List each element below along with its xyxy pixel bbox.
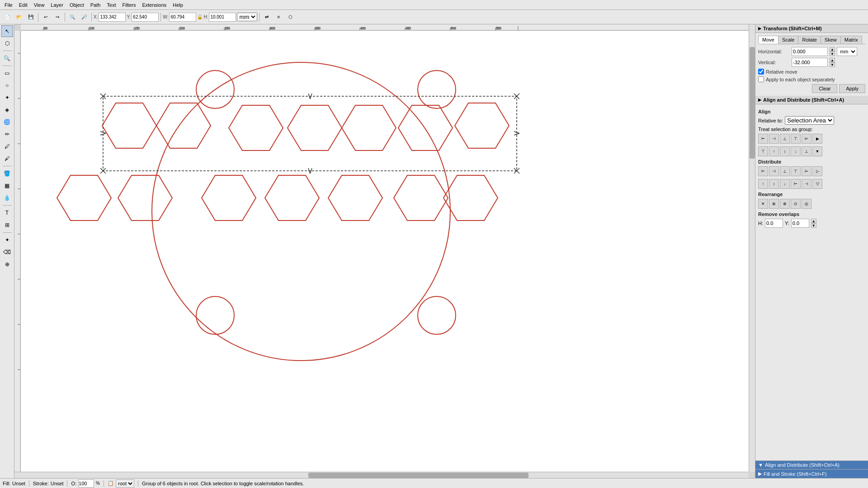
menu-file[interactable]: File — [2, 1, 15, 9]
dist-centers-v[interactable]: ↕ — [769, 179, 779, 189]
tool-pen[interactable]: 🖊 — [1, 141, 13, 152]
vertical-input[interactable] — [792, 58, 828, 67]
align-right-center[interactable]: ⊤ — [791, 134, 801, 144]
align-right-edge[interactable]: ⊨ — [802, 134, 811, 144]
accordion-align[interactable]: ▼ Align and Distribute (Shift+Ctrl+A) — [755, 460, 868, 469]
tb-save[interactable]: 💾 — [25, 12, 36, 23]
horizontal-spin-up[interactable]: ▲ — [830, 47, 835, 52]
tb-align[interactable]: ≡ — [273, 12, 284, 23]
vertical-spin-down[interactable]: ▼ — [830, 62, 835, 67]
horizontal-input[interactable] — [792, 47, 828, 56]
dist-extra3[interactable]: ⊣ — [802, 179, 811, 189]
horizontal-spin-down[interactable]: ▼ — [830, 52, 835, 56]
dist-centers-h[interactable]: ⊣ — [769, 166, 779, 176]
tool-zoom[interactable]: 🔍 — [1, 52, 13, 64]
tool-node[interactable]: ⬡ — [1, 38, 13, 49]
menu-help[interactable]: Help — [170, 1, 186, 9]
tool-zoom2[interactable]: ⊕ — [1, 258, 13, 270]
dist-top-edges[interactable]: ↑ — [758, 179, 768, 189]
canvas-scrollbar-h[interactable] — [14, 472, 749, 478]
tool-star[interactable]: ✦ — [1, 92, 13, 103]
tb-redo[interactable]: ↪ — [52, 12, 63, 23]
align-panel-header[interactable]: ▶ Align and Distribute (Shift+Ctrl+A) — [755, 96, 868, 104]
align-top-edge[interactable]: ⊤ — [758, 146, 768, 156]
dist-right-edges[interactable]: ⊥ — [780, 166, 790, 176]
tool-connector[interactable]: ⊞ — [1, 219, 13, 231]
dist-left-edges[interactable]: ⊢ — [758, 166, 768, 176]
remove-y-input[interactable] — [791, 219, 809, 228]
dist-bottom-edges[interactable]: ↓ — [780, 179, 790, 189]
remove-spin-down[interactable]: ▼ — [811, 223, 816, 228]
tab-move[interactable]: Move — [758, 36, 778, 44]
tb-open[interactable]: 📂 — [14, 12, 24, 23]
tool-eyedropper[interactable]: 💧 — [1, 192, 13, 204]
canvas-scrollbar-v[interactable] — [749, 24, 755, 472]
align-top-center[interactable]: ↑ — [769, 146, 779, 156]
tb-new[interactable]: 📄 — [2, 12, 13, 23]
tb-w-input[interactable] — [169, 13, 196, 22]
tb-transform[interactable]: ⇄ — [261, 12, 272, 23]
dist-extra1[interactable]: ⊨ — [802, 166, 811, 176]
tab-rotate[interactable]: Rotate — [798, 36, 821, 44]
rearrange-3[interactable]: ⊗ — [780, 199, 790, 209]
tool-spiral[interactable]: 🌀 — [1, 116, 13, 128]
menu-layer[interactable]: Layer — [48, 1, 66, 9]
tb-nodes[interactable]: ⬡ — [285, 12, 296, 23]
remove-spin-up[interactable]: ▲ — [811, 219, 816, 223]
transform-unit-select[interactable]: mmpxcm — [837, 47, 857, 56]
tool-ellipse[interactable]: ○ — [1, 80, 13, 91]
tool-eraser[interactable]: ⌫ — [1, 246, 13, 258]
tool-gradient[interactable]: ▦ — [1, 180, 13, 192]
align-left-edge[interactable]: ⊢ — [758, 134, 768, 144]
canvas-area[interactable]: 50 100 150 200 250 300 350 400 450 500 5… — [14, 24, 755, 478]
tab-matrix[interactable]: Matrix — [840, 36, 862, 44]
menu-object[interactable]: Object — [67, 1, 87, 9]
tb-lock-icon[interactable]: 🔓 — [197, 14, 203, 19]
tab-skew[interactable]: Skew — [821, 36, 841, 44]
tool-select[interactable]: ↖ — [1, 25, 13, 37]
tool-calligraphy[interactable]: 🖋 — [1, 153, 13, 164]
align-bottom-center[interactable]: ↓ — [791, 146, 801, 156]
tb-zoom-in[interactable]: 🔍 — [67, 12, 78, 23]
transform-panel-header[interactable]: ▶ Transform (Shift+Ctrl+M) — [755, 24, 868, 33]
relative-move-checkbox[interactable] — [758, 69, 764, 75]
layer-select[interactable]: root — [116, 479, 134, 488]
tab-scale[interactable]: Scale — [778, 36, 799, 44]
tool-3d-box[interactable]: ◈ — [1, 104, 13, 116]
align-left-center[interactable]: ⊣ — [769, 134, 779, 144]
accordion-fill[interactable]: ▶ Fill and Stroke (Shift+Ctrl+F) — [755, 469, 868, 478]
tool-pencil[interactable]: ✏ — [1, 128, 13, 140]
align-extra2[interactable]: ▼ — [812, 146, 822, 156]
menu-edit[interactable]: Edit — [16, 1, 30, 9]
menu-extensions[interactable]: Extensions — [139, 1, 169, 9]
align-center-h[interactable]: ⊥ — [780, 134, 790, 144]
dist-equal-v[interactable]: ⊢ — [791, 179, 801, 189]
tb-zoom-out[interactable]: 🔎 — [79, 12, 90, 23]
tool-rect[interactable]: ▭ — [1, 67, 13, 79]
apply-button[interactable]: Apply — [839, 84, 865, 93]
dist-equal-h[interactable]: ⊤ — [791, 166, 801, 176]
tb-unit-select[interactable]: mmpxcminpt — [237, 13, 257, 21]
rearrange-2[interactable]: ⊕ — [769, 199, 779, 209]
remove-h-input[interactable] — [765, 219, 783, 228]
opacity-input[interactable] — [78, 479, 94, 488]
menu-path[interactable]: Path — [88, 1, 104, 9]
menu-view[interactable]: View — [31, 1, 47, 9]
rearrange-1[interactable]: ✕ — [758, 199, 768, 209]
relative-to-select[interactable]: Selection Area First selected Last selec… — [785, 116, 834, 125]
align-center-v[interactable]: ↕ — [780, 146, 790, 156]
tb-h-input[interactable] — [209, 13, 236, 22]
tb-y-input[interactable] — [132, 13, 159, 22]
vertical-spin-up[interactable]: ▲ — [830, 58, 835, 62]
apply-each-checkbox[interactable] — [758, 76, 764, 82]
tool-text[interactable]: T — [1, 207, 13, 219]
dist-extra2[interactable]: ▷ — [812, 166, 822, 176]
tool-spray[interactable]: ✦ — [1, 234, 13, 246]
menu-text[interactable]: Text — [104, 1, 118, 9]
rearrange-5[interactable]: ◎ — [802, 199, 811, 209]
align-extra1[interactable]: ▶ — [812, 134, 822, 144]
svg-canvas[interactable] — [21, 31, 749, 472]
dist-extra4[interactable]: ▽ — [812, 179, 822, 189]
tb-undo[interactable]: ↩ — [40, 12, 51, 23]
menu-filters[interactable]: Filters — [120, 1, 139, 9]
